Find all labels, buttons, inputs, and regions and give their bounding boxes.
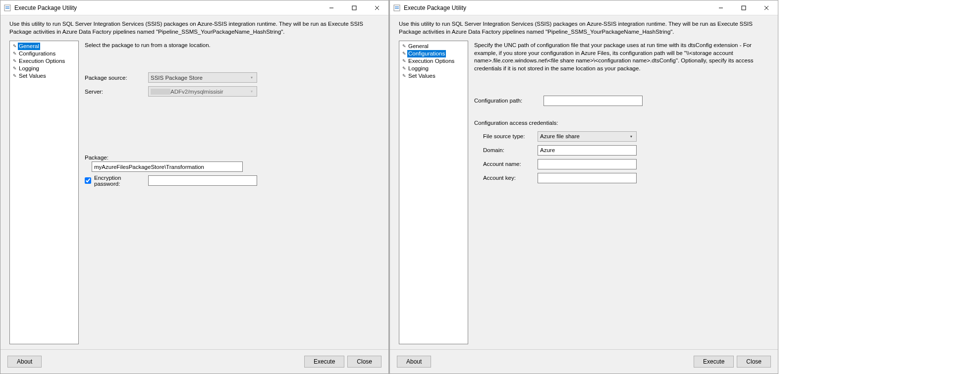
svg-rect-11 [742, 6, 746, 10]
close-button[interactable] [366, 0, 388, 15]
file-source-type-value: Azure file share [540, 133, 580, 139]
label-encryption-password: Encryption password: [94, 175, 148, 187]
nav-item-label: Set Values [407, 72, 436, 80]
domain-input[interactable] [538, 145, 637, 156]
page-description: Select the package to run from a storage… [85, 42, 380, 50]
page-description: Specify the UNC path of configuration fi… [474, 42, 769, 72]
account-key-input[interactable] [538, 173, 637, 183]
close-button-footer[interactable]: Close [347, 356, 381, 368]
package-input[interactable] [92, 161, 243, 172]
pin-icon: ✎ [402, 43, 407, 50]
nav-item-label: Configurations [407, 50, 446, 57]
redacted-icon [151, 89, 170, 95]
nav-item-set-values[interactable]: ✎Set Values [399, 72, 468, 80]
nav-item-label: Logging [18, 65, 40, 72]
pin-icon: ✎ [402, 50, 407, 57]
minimize-button[interactable] [320, 0, 343, 15]
nav-item-execution-options[interactable]: ✎Execution Options [399, 57, 468, 65]
content-configurations: Specify the UNC path of configuration fi… [474, 41, 771, 344]
button-label: About [17, 358, 32, 365]
svg-rect-9 [395, 8, 399, 9]
pin-icon: ✎ [13, 57, 18, 65]
app-icon [393, 4, 401, 12]
button-label: Execute [703, 358, 724, 365]
nav-item-label: Set Values [18, 72, 47, 80]
execute-button[interactable]: Execute [694, 356, 734, 368]
chevron-down-icon: ▾ [248, 74, 256, 81]
button-label: Execute [314, 358, 335, 365]
about-button[interactable]: About [397, 356, 431, 368]
execute-button[interactable]: Execute [304, 356, 344, 368]
window-controls [320, 0, 388, 15]
pin-icon: ✎ [402, 72, 407, 80]
pin-icon: ✎ [13, 50, 18, 57]
button-label: Close [746, 358, 762, 365]
close-button[interactable] [755, 0, 778, 15]
maximize-button[interactable] [732, 0, 755, 15]
window-general: Execute Package Utility Use this utility… [0, 0, 389, 374]
nav-tree: ✎General ✎Configurations ✎Execution Opti… [399, 41, 468, 344]
label-file-source-type: File source type: [483, 133, 538, 139]
window-configurations: Execute Package Utility Use this utility… [389, 0, 778, 374]
nav-tree: ✎General ✎Configurations ✎Execution Opti… [9, 41, 79, 344]
creds-header: Configuration access credentials: [474, 120, 769, 126]
pin-icon: ✎ [402, 57, 407, 65]
nav-item-set-values[interactable]: ✎Set Values [10, 72, 78, 80]
chevron-down-icon: ▾ [248, 88, 256, 95]
label-account-key: Account key: [483, 175, 538, 181]
config-path-input[interactable] [544, 96, 643, 106]
maximize-button[interactable] [343, 0, 366, 15]
svg-rect-2 [5, 8, 9, 9]
nav-item-logging[interactable]: ✎Logging [399, 65, 468, 72]
footer: About Execute Close [0, 349, 388, 374]
nav-item-logging[interactable]: ✎Logging [10, 65, 78, 72]
label-config-path: Configuration path: [474, 98, 544, 104]
nav-item-label: Execution Options [407, 57, 455, 65]
nav-item-label: General [407, 43, 430, 50]
titlebar: Execute Package Utility [0, 0, 388, 15]
package-source-value: SSIS Package Store [151, 75, 203, 81]
titlebar: Execute Package Utility [390, 0, 778, 15]
pin-icon: ✎ [13, 65, 18, 72]
svg-rect-4 [352, 6, 356, 10]
nav-item-general[interactable]: ✎General [10, 43, 78, 50]
nav-item-general[interactable]: ✎General [399, 43, 468, 50]
pin-icon: ✎ [13, 72, 18, 80]
svg-rect-1 [5, 6, 9, 7]
window-controls [709, 0, 778, 15]
window-title: Execute Package Utility [404, 4, 466, 11]
server-value: ADFv2/mysqlmissisir [170, 89, 223, 95]
button-label: Close [357, 358, 372, 365]
server-dropdown[interactable]: ADFv2/mysqlmissisir ▾ [148, 86, 257, 97]
pin-icon: ✎ [402, 65, 407, 72]
label-package-source: Package source: [85, 75, 148, 81]
chevron-down-icon: ▾ [627, 133, 635, 140]
intro-text: Use this utility to run SQL Server Integ… [390, 15, 778, 40]
nav-item-label: Configurations [18, 50, 56, 57]
content-general: Select the package to run from a storage… [85, 41, 381, 344]
app-icon [3, 4, 11, 12]
label-package: Package: [85, 155, 148, 160]
minimize-button[interactable] [709, 0, 732, 15]
intro-text: Use this utility to run SQL Server Integ… [0, 15, 388, 40]
encryption-password-input[interactable] [148, 175, 257, 186]
nav-item-configurations[interactable]: ✎Configurations [399, 50, 468, 57]
about-button[interactable]: About [7, 356, 42, 368]
nav-item-configurations[interactable]: ✎Configurations [10, 50, 78, 57]
account-name-input[interactable] [538, 159, 637, 169]
file-source-type-dropdown[interactable]: Azure file share ▾ [538, 131, 637, 142]
nav-item-label: General [18, 43, 40, 50]
close-button-footer[interactable]: Close [737, 356, 771, 368]
label-server: Server: [85, 89, 148, 95]
svg-rect-8 [395, 6, 399, 7]
nav-item-label: Logging [407, 65, 430, 72]
nav-item-label: Execution Options [18, 57, 66, 65]
footer: About Execute Close [390, 349, 778, 374]
nav-item-execution-options[interactable]: ✎Execution Options [10, 57, 78, 65]
window-title: Execute Package Utility [14, 4, 77, 11]
button-label: About [406, 358, 422, 365]
label-domain: Domain: [483, 147, 538, 153]
encryption-password-checkbox[interactable] [85, 177, 91, 184]
label-account-name: Account name: [483, 161, 538, 167]
package-source-dropdown[interactable]: SSIS Package Store ▾ [148, 72, 257, 83]
